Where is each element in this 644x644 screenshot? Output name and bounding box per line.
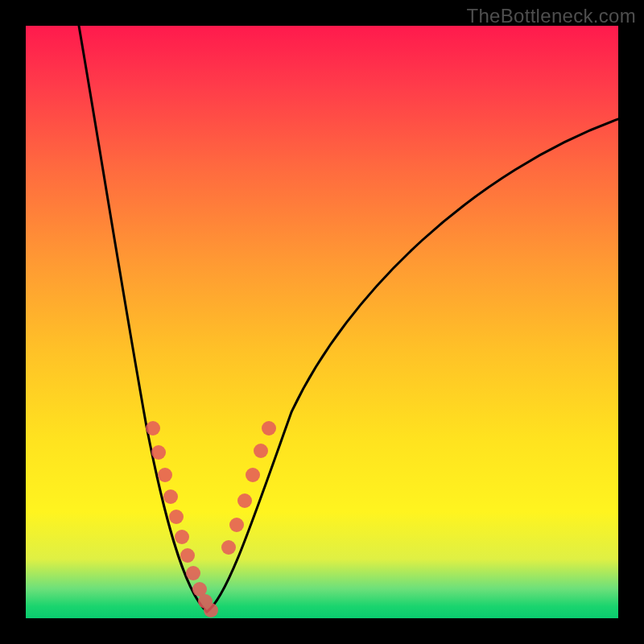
svg-point-1 [151,445,166,460]
plot-area [26,26,618,618]
svg-point-14 [246,468,260,482]
svg-point-12 [229,518,244,532]
watermark-text: TheBottleneck.com [466,5,636,27]
svg-point-13 [237,493,252,508]
svg-point-15 [254,444,268,458]
svg-point-10 [204,603,218,617]
svg-point-2 [158,468,172,482]
markers-right [221,421,276,555]
svg-point-6 [180,548,195,563]
svg-point-4 [169,510,184,524]
right-branch-curve [207,119,618,612]
chart-svg [26,26,618,618]
curve-group [79,26,618,612]
svg-point-5 [175,530,189,544]
svg-point-0 [146,421,160,436]
markers-left [146,421,218,617]
svg-point-3 [163,489,178,504]
chart-frame: TheBottleneck.com [0,0,644,644]
svg-point-11 [221,540,236,555]
left-branch-curve [79,26,207,612]
svg-point-7 [186,566,200,580]
svg-point-16 [262,421,276,436]
